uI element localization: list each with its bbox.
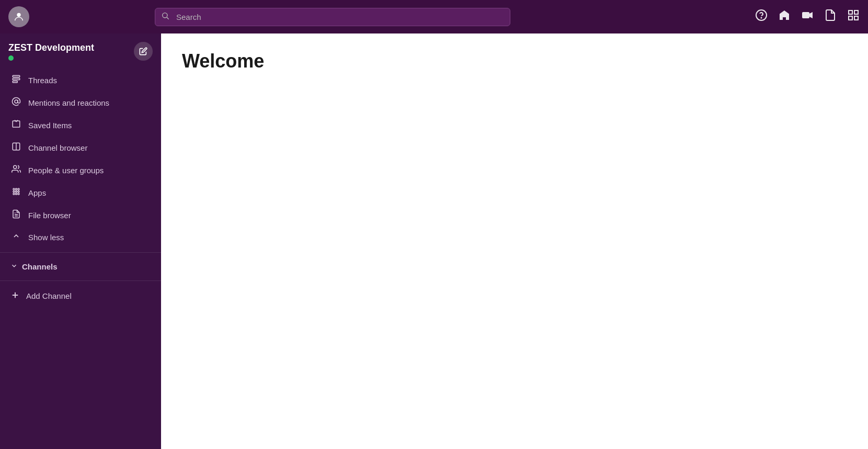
file-browser-icon <box>10 209 22 221</box>
sidebar: ZEST Development <box>0 33 161 449</box>
add-channel-label: Add Channel <box>26 291 72 300</box>
welcome-title: Welcome <box>182 50 847 72</box>
help-icon[interactable] <box>755 9 768 25</box>
show-less-label: Show less <box>28 233 64 242</box>
threads-icon <box>10 74 22 86</box>
sidebar-item-show-less[interactable]: Show less <box>0 227 161 248</box>
search-bar[interactable] <box>155 8 510 26</box>
sidebar-item-threads[interactable]: Threads <box>0 69 161 92</box>
svg-line-2 <box>167 17 169 19</box>
add-channel-icon <box>10 290 20 301</box>
main-layout: ZEST Development <box>0 33 868 449</box>
chevron-up-icon <box>10 232 22 243</box>
workspace-header: ZEST Development <box>0 33 161 65</box>
channel-browser-label: Channel browser <box>28 143 87 152</box>
channels-label: Channels <box>22 262 58 271</box>
main-content: Welcome <box>161 33 868 449</box>
apps-label: Apps <box>28 188 46 197</box>
topbar <box>0 0 868 33</box>
svg-point-23 <box>13 193 15 195</box>
svg-rect-13 <box>13 81 17 83</box>
svg-point-17 <box>13 188 15 190</box>
svg-point-1 <box>163 13 167 18</box>
threads-label: Threads <box>28 76 57 85</box>
svg-rect-10 <box>854 16 858 20</box>
saved-label: Saved Items <box>28 121 72 130</box>
sidebar-nav: Threads Mentions and reactions <box>0 69 161 307</box>
topbar-actions <box>755 9 860 25</box>
channels-chevron-icon <box>10 262 18 271</box>
svg-point-14 <box>15 100 18 103</box>
home-icon[interactable] <box>778 9 791 25</box>
svg-point-20 <box>13 191 15 193</box>
sidebar-divider-2 <box>0 280 161 281</box>
svg-point-18 <box>16 188 17 190</box>
sidebar-item-file-browser[interactable]: File browser <box>0 204 161 227</box>
status-dot <box>8 55 14 61</box>
svg-point-19 <box>18 188 19 190</box>
svg-rect-7 <box>849 10 852 14</box>
mentions-label: Mentions and reactions <box>28 98 109 107</box>
workspace-status <box>8 55 94 61</box>
workspace-info: ZEST Development <box>8 42 94 61</box>
workspace-name: ZEST Development <box>8 42 94 53</box>
svg-rect-11 <box>13 75 20 77</box>
svg-point-0 <box>17 13 20 17</box>
channel-browser-icon <box>10 142 22 154</box>
svg-rect-12 <box>13 78 20 80</box>
svg-rect-9 <box>849 16 852 20</box>
search-icon <box>161 12 169 22</box>
sidebar-item-saved[interactable]: Saved Items <box>0 114 161 137</box>
svg-marker-6 <box>809 12 813 18</box>
svg-point-21 <box>16 191 17 193</box>
apps-icon <box>10 187 22 199</box>
svg-point-22 <box>18 191 19 193</box>
svg-point-24 <box>16 193 17 195</box>
sidebar-item-people[interactable]: People & user groups <box>0 159 161 182</box>
sidebar-divider <box>0 252 161 253</box>
sidebar-item-channel-browser[interactable]: Channel browser <box>0 137 161 159</box>
channels-section-header[interactable]: Channels <box>0 257 161 276</box>
grid-icon[interactable] <box>847 9 860 25</box>
svg-rect-5 <box>802 12 809 18</box>
edit-workspace-button[interactable] <box>134 42 153 61</box>
add-channel-button[interactable]: Add Channel <box>0 285 161 307</box>
search-input[interactable] <box>155 8 510 26</box>
sidebar-item-apps[interactable]: Apps <box>0 182 161 204</box>
mentions-icon <box>10 97 22 109</box>
file-browser-label: File browser <box>28 211 71 220</box>
files-icon[interactable] <box>824 9 837 25</box>
svg-point-25 <box>18 193 19 195</box>
people-icon <box>10 164 22 176</box>
people-label: People & user groups <box>28 166 104 175</box>
user-avatar[interactable] <box>8 6 29 27</box>
svg-point-16 <box>14 165 17 169</box>
sidebar-item-mentions[interactable]: Mentions and reactions <box>0 92 161 114</box>
svg-rect-8 <box>854 10 858 14</box>
video-icon[interactable] <box>801 9 814 25</box>
saved-icon <box>10 119 22 131</box>
